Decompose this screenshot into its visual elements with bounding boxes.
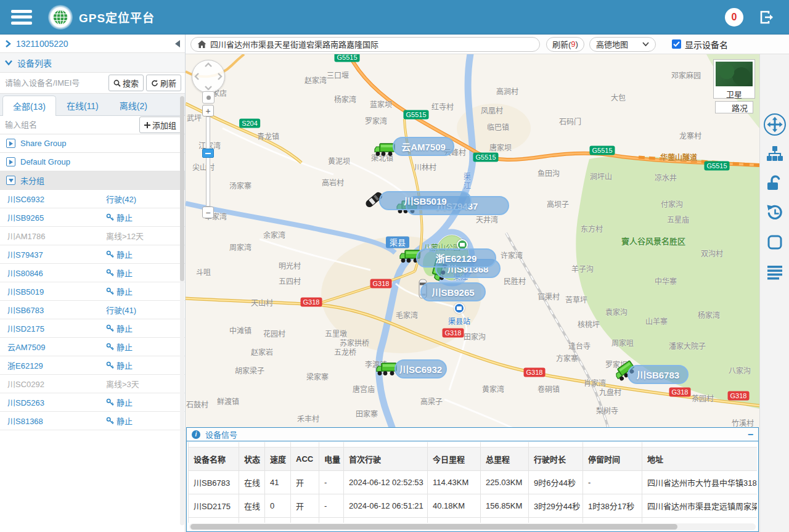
group-row[interactable]: Share Group: [0, 134, 185, 153]
tab-2[interactable]: 离线(2): [109, 95, 158, 115]
refresh-countdown-button[interactable]: 刷新(9): [546, 37, 584, 52]
zoom-slider-track[interactable]: [206, 117, 210, 207]
zoom-out-button[interactable]: −: [202, 207, 214, 218]
vehicle-icon-truck[interactable]: [374, 143, 395, 159]
group-row[interactable]: Default Group: [0, 153, 185, 171]
search-input[interactable]: [4, 78, 106, 88]
device-name[interactable]: 川AM1786: [7, 230, 106, 242]
device-name[interactable]: 川SC0292: [7, 378, 106, 390]
device-marker-pill[interactable]: 川SC6932: [394, 359, 447, 379]
unlock-icon[interactable]: [765, 173, 785, 193]
device-row[interactable]: 川SC0292离线>3天: [0, 375, 185, 393]
map-place-label: 凉水井: [655, 172, 677, 182]
fleet-tree-icon[interactable]: [765, 144, 785, 163]
device-row[interactable]: 川AM1786离线>12天: [0, 227, 185, 245]
show-device-name-toggle[interactable]: 显示设备名: [672, 38, 728, 51]
table-row[interactable]: 云AM7509在线0开-1天2时8分10秒四川省达州市渠县渠北镇167县道: [189, 517, 758, 523]
chevron-right-icon[interactable]: [5, 40, 11, 47]
horizontal-scrollbar-thumb[interactable]: [190, 524, 677, 530]
map-pan-control[interactable]: [192, 60, 225, 93]
column-header: 地址: [642, 447, 758, 470]
map-place-label: 高岩村: [322, 177, 344, 187]
table-cell: 41: [265, 470, 291, 494]
road-badge: G318: [669, 388, 691, 397]
device-name[interactable]: 川S79437: [7, 248, 106, 260]
map-place-label: 东方村: [581, 223, 603, 234]
sidebar-scrollbar-thumb[interactable]: [180, 96, 184, 281]
tab-0[interactable]: 全部(13): [2, 96, 56, 116]
map-place-label: 杨家湾: [334, 94, 356, 104]
device-marker-pill[interactable]: 云AM7509: [393, 137, 454, 156]
traffic-layer-toggle[interactable]: 路况: [715, 101, 753, 113]
playback-history-icon[interactable]: [765, 203, 785, 223]
table-row[interactable]: 川SB6783在线41开-2024-06-12 02:52:53114.43KM…: [189, 470, 758, 494]
account-number[interactable]: 13211005220: [16, 39, 68, 49]
table-cell: 40.18KM: [428, 494, 481, 517]
table-cell: 2024-06-12 06:51:21: [344, 494, 428, 517]
signal-table: 设备名称状态速度ACC电量首次行驶今日里程总里程行驶时长停留时间地址川SB678…: [188, 442, 757, 523]
list-panel-icon[interactable]: [765, 262, 785, 282]
sidebar-collapse-icon[interactable]: [175, 40, 180, 47]
map-locate-button[interactable]: [202, 91, 215, 104]
zoom-in-button[interactable]: +: [202, 105, 214, 117]
device-name[interactable]: 川SD2175: [7, 322, 106, 334]
zoom-slider-handle[interactable]: [202, 149, 214, 158]
device-name[interactable]: 川SD5263: [7, 396, 106, 408]
group-collapsed-icon[interactable]: [6, 157, 15, 166]
table-cell: -: [319, 470, 344, 494]
device-row[interactable]: 川SD5263静止: [0, 393, 185, 412]
refresh-list-button[interactable]: 刷新: [146, 75, 181, 91]
device-name[interactable]: 浙E62129: [7, 359, 106, 371]
alarm-count-badge[interactable]: 0: [725, 8, 743, 27]
horizontal-scrollbar-track[interactable]: [189, 523, 756, 530]
group-name-input[interactable]: [4, 120, 137, 130]
device-row[interactable]: 川S79437静止: [0, 245, 185, 264]
chevron-down-icon: [642, 42, 649, 46]
device-marker-pill[interactable]: 浙E62129: [416, 248, 496, 268]
map-place-label: 鱼田沟: [538, 168, 560, 178]
device-name[interactable]: 川SB9265: [7, 211, 106, 223]
device-row[interactable]: 浙E62129静止: [0, 356, 185, 375]
device-row[interactable]: 川SB6783行驶(41): [0, 301, 185, 319]
device-name[interactable]: 川S80846: [7, 267, 106, 279]
device-marker-pill[interactable]: 川SB9265: [420, 282, 486, 301]
region-select-icon[interactable]: [765, 232, 785, 252]
device-name[interactable]: 川SB6783: [7, 304, 106, 316]
address-bar[interactable]: 四川省达州市渠县天星街道宕渠路南路嘉隆国际: [190, 37, 540, 52]
logout-icon[interactable]: [758, 9, 775, 26]
pan-tool-icon[interactable]: [764, 113, 786, 136]
device-list-header[interactable]: 设备列表: [0, 53, 185, 73]
map-place-label: 核桃坪: [578, 319, 600, 329]
device-marker-pill[interactable]: 川SB5019: [379, 191, 472, 210]
vehicle-icon-truck[interactable]: [376, 362, 397, 379]
tab-1[interactable]: 在线(11): [56, 95, 109, 115]
menu-icon[interactable]: [11, 10, 32, 25]
device-status: 离线>12天: [106, 230, 144, 242]
device-row[interactable]: 川S81368静止: [0, 412, 185, 430]
table-row[interactable]: 川SD2175在线0开-2024-06-12 06:51:2140.18KM15…: [189, 494, 758, 517]
group-expanded-icon[interactable]: [6, 176, 15, 185]
device-name[interactable]: 川SB5019: [7, 285, 106, 297]
device-row[interactable]: 川SC6932行驶(42): [0, 190, 185, 208]
device-name[interactable]: 川SC6932: [7, 193, 106, 205]
checkbox-checked-icon[interactable]: [672, 39, 681, 49]
minimize-panel-icon[interactable]: −: [748, 430, 753, 440]
search-button[interactable]: 搜索: [108, 75, 144, 91]
device-name[interactable]: 云AM7509: [7, 341, 106, 353]
table-cell: 225.03KM: [481, 470, 529, 494]
map-type-select[interactable]: 高德地图: [589, 37, 656, 52]
satellite-layer-toggle[interactable]: 卫星: [713, 59, 755, 99]
device-row[interactable]: 云AM7509静止: [0, 338, 185, 356]
device-marker-pill[interactable]: 川SB6783: [628, 365, 689, 384]
device-row[interactable]: 川S80846静止: [0, 264, 185, 282]
add-group-button[interactable]: 添加组: [139, 117, 181, 133]
key-icon: [106, 269, 114, 277]
device-row[interactable]: 川SD2175静止: [0, 319, 185, 338]
column-header: 停留时间: [583, 447, 642, 470]
map-place-label: 渠江: [462, 173, 472, 191]
device-row[interactable]: 川SB9265静止: [0, 208, 185, 227]
group-row[interactable]: 未分组: [0, 171, 185, 190]
device-name[interactable]: 川S81368: [7, 415, 106, 427]
group-collapsed-icon[interactable]: [6, 139, 15, 148]
device-row[interactable]: 川SB5019静止: [0, 282, 185, 301]
